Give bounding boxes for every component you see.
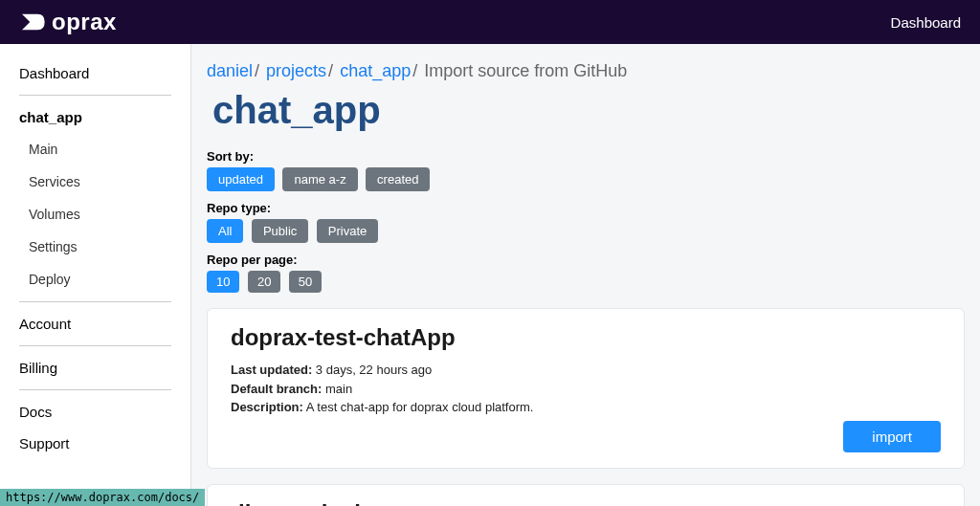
repo-type-public[interactable]: Public [252, 219, 308, 243]
breadcrumb-user[interactable]: daniel [207, 61, 253, 80]
breadcrumb: daniel/ projects/ chat_app/ Import sourc… [207, 61, 965, 81]
sidebar: Dashboard chat_app Main Services Volumes… [0, 44, 191, 506]
filter-repo-type: Repo type: All Public Private [207, 201, 965, 243]
sidebar-billing[interactable]: Billing [19, 352, 190, 384]
main-content: daniel/ projects/ chat_app/ Import sourc… [191, 44, 980, 506]
repo-card: doprax-test-chatApp Last updated: 3 days… [207, 308, 965, 469]
repo-type-private[interactable]: Private [317, 219, 378, 243]
status-url: https://www.doprax.com/docs/ [0, 489, 205, 506]
repo-desc: A test chat-app for doprax cloud platfor… [303, 400, 534, 414]
sidebar-account[interactable]: Account [19, 308, 190, 340]
sort-created[interactable]: created [366, 167, 430, 191]
breadcrumb-projects[interactable]: projects [266, 61, 326, 80]
topbar-dashboard-link[interactable]: Dashboard [891, 14, 961, 31]
sidebar-sub-deploy[interactable]: Deploy [29, 263, 190, 296]
logo[interactable]: oprax [19, 9, 117, 35]
sort-updated[interactable]: updated [207, 167, 275, 191]
repo-last-updated: 3 days, 22 hours ago [312, 363, 432, 377]
filter-per-page: Repo per page: 10 20 50 [207, 253, 965, 293]
sidebar-project[interactable]: chat_app [19, 101, 190, 133]
import-button[interactable]: import [843, 421, 941, 452]
sidebar-docs[interactable]: Docs [19, 396, 190, 428]
per-page-label: Repo per page: [207, 253, 965, 267]
repo-type-all[interactable]: All [207, 219, 243, 243]
logo-icon [19, 11, 46, 33]
repo-type-label: Repo type: [207, 201, 965, 215]
per-page-10[interactable]: 10 [207, 271, 239, 293]
sidebar-support[interactable]: Support [19, 428, 190, 459]
page-title: chat_app [212, 89, 965, 132]
sort-label: Sort by: [207, 149, 965, 164]
sidebar-dashboard[interactable]: Dashboard [19, 57, 190, 89]
repo-desc-label: Description: [231, 400, 303, 414]
repo-card: django-docker Last updated: 1 month, 1 w… [207, 484, 965, 507]
sidebar-sub-volumes[interactable]: Volumes [29, 198, 190, 231]
breadcrumb-current: Import source from GitHub [424, 61, 627, 80]
sidebar-sub-settings[interactable]: Settings [29, 231, 190, 263]
per-page-50[interactable]: 50 [289, 271, 322, 293]
repo-title: django-docker [231, 500, 941, 507]
filter-sort: Sort by: updated name a-z created [207, 149, 965, 191]
sidebar-sub-main[interactable]: Main [29, 133, 190, 165]
repo-branch-label: Default branch: [231, 382, 322, 396]
topbar: oprax Dashboard [0, 0, 980, 44]
sidebar-sub-services[interactable]: Services [29, 165, 190, 198]
repo-last-updated-label: Last updated: [231, 363, 312, 377]
breadcrumb-project[interactable]: chat_app [340, 61, 411, 80]
sort-name[interactable]: name a-z [282, 167, 357, 191]
repo-title: doprax-test-chatApp [231, 324, 941, 351]
per-page-20[interactable]: 20 [248, 271, 280, 293]
repo-branch: main [322, 382, 352, 396]
brand-text: oprax [52, 9, 117, 35]
